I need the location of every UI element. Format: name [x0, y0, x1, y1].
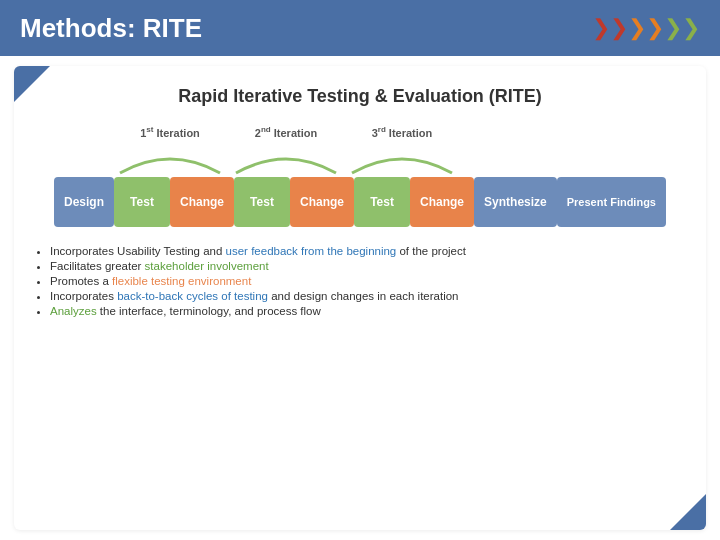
steps-row: Design Test Change Test Change Test Chan… [54, 177, 666, 227]
bullet-3: Promotes a flexible testing environment [50, 275, 686, 287]
arrow-orange-icon: ❯❯ [628, 15, 664, 41]
bullet-1: Incorporates Usability Testing and user … [50, 245, 686, 257]
corner-decoration-tl [14, 66, 50, 102]
step-test-1: Test [114, 177, 170, 227]
arc-1-svg [112, 143, 228, 175]
step-change-2: Change [290, 177, 354, 227]
step-design: Design [54, 177, 114, 227]
corner-decoration-br [670, 494, 706, 530]
page-title: Methods: RITE [20, 13, 202, 44]
header-decoration: ❯❯ ❯❯ ❯❯ [592, 15, 700, 41]
header: Methods: RITE ❯❯ ❯❯ ❯❯ [0, 0, 720, 56]
bullet-4: Incorporates back-to-back cycles of test… [50, 290, 686, 302]
iteration-3-label: 3rd Iteration [372, 125, 433, 139]
step-present-findings: Present Findings [557, 177, 666, 227]
content-card: Rapid Iterative Testing & Evaluation (RI… [14, 66, 706, 530]
bullet-5: Analyzes the interface, terminology, and… [50, 305, 686, 317]
iteration-1-label: 1st Iteration [140, 125, 200, 139]
arc-2-svg [228, 143, 344, 175]
bullet-2: Facilitates greater stakeholder involvem… [50, 260, 686, 272]
step-test-3: Test [354, 177, 410, 227]
bullet-list: Incorporates Usability Testing and user … [34, 245, 686, 317]
iteration-2: 2nd Iteration [228, 125, 344, 175]
step-change-3: Change [410, 177, 474, 227]
step-synthesize: Synthesize [474, 177, 557, 227]
arrow-red-icon: ❯❯ [592, 15, 628, 41]
iteration-1: 1st Iteration [112, 125, 228, 175]
rite-diagram: 1st Iteration 2nd Iteration [34, 125, 686, 227]
iteration-2-label: 2nd Iteration [255, 125, 317, 139]
arc-3-svg [344, 143, 460, 175]
step-test-2: Test [234, 177, 290, 227]
arrow-green-icon: ❯❯ [664, 15, 700, 41]
card-subtitle: Rapid Iterative Testing & Evaluation (RI… [34, 86, 686, 107]
iteration-3: 3rd Iteration [344, 125, 460, 175]
step-change-1: Change [170, 177, 234, 227]
